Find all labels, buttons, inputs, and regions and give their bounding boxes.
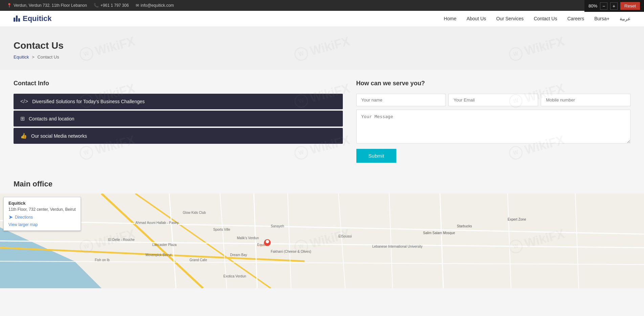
logo-bar-1 <box>14 18 15 22</box>
map-container[interactable]: Equitick 11th Floor, 732 center, Verdun,… <box>0 194 644 288</box>
email-input[interactable] <box>448 94 538 106</box>
svg-text:Exotica Verdun: Exotica Verdun <box>223 274 246 278</box>
nav-about[interactable]: About Us <box>467 14 486 23</box>
map-info-box: Equitick 11th Floor, 732 center, Verdun,… <box>3 197 81 231</box>
nav-services[interactable]: Our Services <box>496 14 524 23</box>
breadcrumb: Equitick > Contact Us <box>14 54 630 60</box>
map-directions: ➤ Directions <box>8 214 76 220</box>
breadcrumb-separator: > <box>32 54 35 60</box>
map-info-address: 11th Floor, 732 center, Verdun, Beirut <box>8 207 76 212</box>
zoom-decrease-button[interactable]: − <box>600 2 607 10</box>
contact-info-section: Contact Info </> Diversified Solutions f… <box>14 80 343 163</box>
form-row-top <box>356 94 630 106</box>
page-header: W WikiFX W WikiFX W WikiFX Contact Us Eq… <box>0 27 644 70</box>
accordion-label-social: Our social Media networks <box>31 133 87 139</box>
map-info-name: Equitick <box>8 201 76 206</box>
zoom-increase-button[interactable]: + <box>610 2 618 10</box>
svg-text:EISoussi: EISoussi <box>338 234 352 238</box>
contact-form-section: How can we serve you? Submit <box>356 80 630 163</box>
svg-point-38 <box>266 240 269 243</box>
nav-careers[interactable]: Careers <box>567 14 584 23</box>
nav-bursa[interactable]: Bursa+ <box>594 14 609 23</box>
directions-icon: ➤ <box>8 214 13 220</box>
logo-icon <box>14 16 20 22</box>
top-bar: 📍 Verdun, Verdun 732. 11th Floor Lebanon… <box>0 0 644 11</box>
top-bar-email: ✉ info@equitick.com <box>136 3 174 8</box>
accordion-item-social[interactable]: 👍 Our social Media networks <box>14 128 343 144</box>
contacts-icon: ⊞ <box>20 115 25 122</box>
svg-text:Expert Zone: Expert Zone <box>508 218 526 221</box>
main-office-title: Main office <box>14 180 630 188</box>
svg-text:El Delie - Rouche: El Delie - Rouche <box>108 238 135 242</box>
logo[interactable]: Equitick <box>14 14 52 23</box>
contact-info-title: Contact Info <box>14 80 343 87</box>
main-content: Contact Info </> Diversified Solutions f… <box>0 70 644 173</box>
nav-arabic[interactable]: عربية <box>620 14 630 23</box>
accordion-label-contacts: Contacts and location <box>29 116 74 121</box>
nav-home[interactable]: Home <box>444 14 456 23</box>
svg-text:Sanayeh: Sanayeh <box>271 224 284 228</box>
social-icon: 👍 <box>20 133 27 139</box>
larger-map-link[interactable]: View larger map <box>8 222 38 227</box>
zoom-reset-button[interactable]: Reset <box>620 2 640 10</box>
logo-bar-2 <box>16 16 18 22</box>
nav-links: Home About Us Our Services Contact Us Ca… <box>444 14 630 23</box>
directions-link[interactable]: Directions <box>15 215 33 220</box>
email-icon: ✉ <box>136 3 139 8</box>
name-input[interactable] <box>356 94 446 106</box>
svg-text:Ahmad Aouni Hallab - Pastry: Ahmad Aouni Hallab - Pastry <box>135 221 179 225</box>
navbar: Equitick Home About Us Our Services Cont… <box>0 11 644 27</box>
mobile-input[interactable] <box>541 94 630 106</box>
main-office-section: Main office <box>0 173 644 188</box>
accordion-item-solutions[interactable]: </> Diversified Solutions for Today's Bu… <box>14 94 343 109</box>
map-svg: Ahmad Aouni Hallab - Pastry Glow Kids Cl… <box>0 194 644 288</box>
svg-text:Movenpick Beirut: Movenpick Beirut <box>146 253 172 257</box>
top-bar-address: 📍 Verdun, Verdun 732. 11th Floor Lebanon <box>7 3 87 8</box>
main-content-wrapper: W WikiFX W WikiFX W WikiFX W WikiFX W Wi… <box>0 70 644 173</box>
svg-text:Salim Salam Mosque: Salim Salam Mosque <box>423 231 455 235</box>
top-bar-contact-info: 📍 Verdun, Verdun 732. 11th Floor Lebanon… <box>7 3 174 8</box>
solutions-icon: </> <box>20 98 28 105</box>
svg-text:Lebanese International Univers: Lebanese International University <box>372 245 422 248</box>
zoom-level: 80% <box>589 3 597 8</box>
svg-text:Sports Ville: Sports Ville <box>213 228 230 231</box>
accordion-item-contacts[interactable]: ⊞ Contacts and location <box>14 111 343 127</box>
page-title: Contact Us <box>14 40 630 51</box>
phone-icon: 📞 <box>94 3 99 8</box>
submit-button[interactable]: Submit <box>356 149 397 163</box>
zoom-toolbar: 80% − + Reset <box>584 0 644 12</box>
nav-contact[interactable]: Contact Us <box>534 14 557 23</box>
location-icon: 📍 <box>7 3 12 8</box>
svg-text:Fakhani (Cheese & Olives): Fakhani (Cheese & Olives) <box>271 250 311 253</box>
message-textarea[interactable] <box>356 110 630 143</box>
contact-form-title: How can we serve you? <box>356 80 630 87</box>
svg-text:Fish on Ib: Fish on Ib <box>95 258 110 262</box>
svg-text:Grand Cafe: Grand Cafe <box>190 258 207 262</box>
svg-rect-0 <box>0 194 644 288</box>
svg-text:Lancaster Plaza: Lancaster Plaza <box>152 243 177 247</box>
accordion-label-solutions: Diversified Solutions for Today's Busine… <box>32 99 145 104</box>
logo-bar-3 <box>18 18 20 22</box>
breadcrumb-current: Contact Us <box>37 54 59 60</box>
svg-text:Starbucks: Starbucks <box>457 224 472 228</box>
svg-text:Malik's Verdun: Malik's Verdun <box>237 236 259 240</box>
svg-text:Dream Bay: Dream Bay <box>230 253 247 257</box>
top-bar-phone: 📞 +961 1 797 306 <box>94 3 129 8</box>
svg-text:Glow Kids Club: Glow Kids Club <box>183 211 206 215</box>
breadcrumb-home[interactable]: Equitick <box>14 54 29 60</box>
